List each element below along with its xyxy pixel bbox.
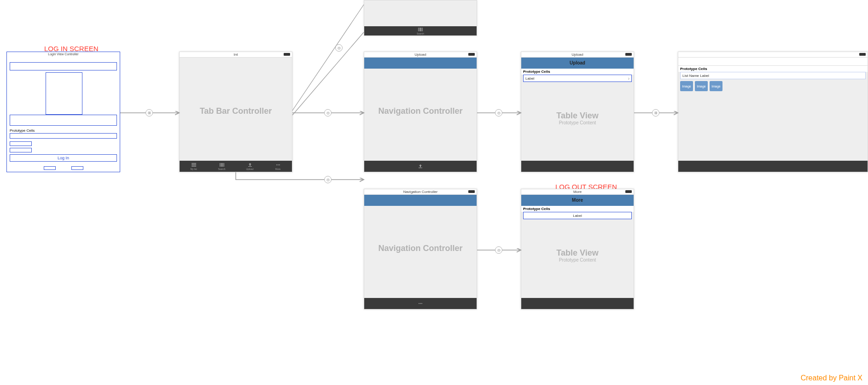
battery-icon bbox=[284, 53, 290, 56]
titlebar: Upload bbox=[364, 52, 477, 58]
titlebar: Int bbox=[180, 52, 292, 58]
prototype-cells-header: Prototype Cells bbox=[10, 128, 35, 133]
svg-rect-2 bbox=[420, 28, 421, 31]
cell-label: Label bbox=[525, 76, 535, 81]
tab-item: Search bbox=[364, 26, 477, 35]
segue-badge: ◎ bbox=[324, 109, 332, 117]
tabbar-clipped: Search bbox=[364, 26, 477, 35]
scene-nav-upload[interactable]: Upload Navigation Controller bbox=[364, 52, 477, 172]
tabbar bbox=[364, 161, 477, 172]
svg-rect-17 bbox=[419, 168, 422, 168]
tab-label: My list bbox=[190, 168, 197, 170]
nav-title: Upload bbox=[570, 60, 585, 65]
cell-label: List Name Label bbox=[682, 74, 709, 78]
prototype-cell[interactable]: Label › bbox=[523, 75, 632, 82]
svg-point-20 bbox=[421, 303, 422, 304]
placeholder-sublabel: Prototype Content bbox=[521, 257, 634, 262]
svg-rect-13 bbox=[248, 166, 252, 167]
image-thumb[interactable]: Image bbox=[710, 81, 722, 91]
wireframe-input bbox=[10, 148, 32, 152]
titlebar: Upload bbox=[521, 52, 634, 58]
tab-upload[interactable] bbox=[364, 161, 477, 172]
tab-label: Upload bbox=[246, 168, 254, 170]
svg-point-18 bbox=[419, 303, 419, 304]
image-thumb[interactable]: Image bbox=[695, 81, 708, 91]
titlebar bbox=[678, 52, 868, 58]
battery-icon bbox=[468, 190, 475, 193]
scene-title: Navigation Controller bbox=[403, 190, 438, 194]
tab-more[interactable]: More bbox=[264, 161, 292, 172]
tabbar bbox=[521, 161, 634, 172]
thumbnail-row: Image Image Image bbox=[678, 79, 868, 93]
svg-point-16 bbox=[279, 164, 280, 165]
navbar-upload: Upload bbox=[521, 58, 634, 69]
navbar bbox=[364, 195, 477, 206]
svg-rect-1 bbox=[419, 28, 419, 31]
svg-point-15 bbox=[278, 164, 279, 165]
scene-list-clipped[interactable]: Prototype Cells List Name Label Image Im… bbox=[678, 52, 868, 172]
placeholder-sublabel: Prototype Content bbox=[521, 120, 634, 125]
scene-title: More bbox=[573, 190, 582, 194]
placeholder-label: Navigation Controller bbox=[364, 106, 477, 116]
scene-nav-more[interactable]: Navigation Controller Navigation Control… bbox=[364, 189, 477, 309]
svg-rect-9 bbox=[221, 163, 221, 167]
scene-title: Login View Controller bbox=[48, 52, 78, 56]
placeholder-label: Tab Bar Controller bbox=[180, 106, 292, 116]
upload-icon bbox=[418, 164, 423, 169]
prototype-cell bbox=[10, 133, 117, 139]
list-icon bbox=[192, 163, 196, 167]
wireframe-box bbox=[10, 62, 117, 70]
svg-rect-10 bbox=[221, 163, 222, 167]
tabbar bbox=[521, 298, 634, 309]
more-icon bbox=[276, 163, 280, 167]
scene-table-more[interactable]: More More Prototype Cells Label Table Vi… bbox=[521, 189, 634, 309]
navbar-more: More bbox=[521, 195, 634, 206]
tabbar: My list Search Upload More bbox=[180, 161, 292, 172]
svg-rect-3 bbox=[421, 28, 422, 31]
svg-line-24 bbox=[292, 32, 364, 115]
placeholder-label: Table View bbox=[521, 111, 634, 121]
prototype-cells-header: Prototype Cells bbox=[678, 66, 868, 72]
barcode-icon bbox=[418, 27, 423, 32]
titlebar: Navigation Controller bbox=[364, 189, 477, 195]
svg-rect-7 bbox=[192, 166, 196, 167]
segue-badge: ◎ bbox=[495, 246, 502, 254]
titlebar: More bbox=[521, 189, 634, 195]
segue-badge: ◎ bbox=[495, 109, 502, 117]
tab-upload[interactable]: Upload bbox=[236, 161, 264, 172]
battery-icon bbox=[859, 53, 866, 56]
battery-icon bbox=[625, 190, 632, 193]
more-icon bbox=[418, 301, 423, 306]
tab-label: Search bbox=[417, 32, 424, 35]
watermark-text: Created by Paint X bbox=[801, 374, 862, 382]
svg-rect-6 bbox=[192, 164, 196, 165]
battery-icon bbox=[468, 53, 475, 56]
tab-search[interactable]: Search bbox=[208, 161, 236, 172]
scene-clipped-top: Search bbox=[364, 0, 477, 36]
prototype-cell[interactable]: Label bbox=[523, 212, 632, 219]
svg-point-19 bbox=[420, 303, 421, 304]
segue-badge: ◎ bbox=[324, 176, 332, 183]
cell-label: Label bbox=[573, 214, 582, 218]
upload-icon bbox=[248, 163, 252, 167]
scene-tabbar-controller[interactable]: Int Tab Bar Controller My list Search Up… bbox=[179, 52, 292, 172]
scene-login[interactable]: Login View Controller Prototype Cells Lo… bbox=[6, 52, 120, 172]
tab-label: More bbox=[275, 168, 280, 170]
prototype-cells-header: Prototype Cells bbox=[521, 206, 634, 212]
image-thumb[interactable]: Image bbox=[680, 81, 693, 91]
wireframe-box bbox=[71, 166, 83, 170]
tabbar bbox=[678, 161, 868, 172]
login-button[interactable]: Log In bbox=[10, 154, 117, 162]
tab-mylist[interactable]: My list bbox=[180, 161, 208, 172]
tab-more[interactable] bbox=[364, 298, 477, 309]
segue-badge: ◎ bbox=[335, 44, 343, 52]
scene-table-upload[interactable]: Upload Upload Prototype Cells Label › Ta… bbox=[521, 52, 634, 172]
chevron-right-icon: › bbox=[628, 75, 629, 82]
svg-rect-5 bbox=[192, 163, 196, 164]
svg-rect-12 bbox=[224, 163, 224, 167]
scene-title: Upload bbox=[571, 52, 583, 57]
svg-point-14 bbox=[276, 164, 277, 165]
prototype-cell[interactable]: List Name Label bbox=[680, 72, 866, 79]
wireframe-box bbox=[44, 166, 56, 170]
svg-rect-4 bbox=[422, 28, 423, 31]
